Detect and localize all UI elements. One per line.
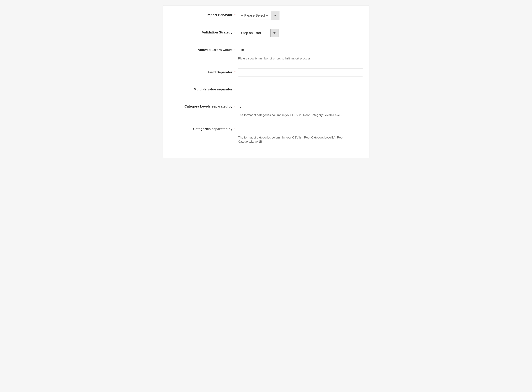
field-import-behavior: Import Behavior * -- Please Select -- [169, 11, 363, 20]
category-levels-sep-input[interactable] [238, 103, 363, 111]
import-behavior-value: -- Please Select -- [238, 11, 271, 20]
allowed-errors-label: Allowed Errors Count [198, 48, 232, 52]
chevron-down-icon [271, 11, 279, 20]
validation-strategy-label: Validation Strategy [202, 30, 232, 34]
required-mark: * [234, 71, 235, 74]
category-levels-sep-label: Category Levels separated by [184, 104, 232, 108]
field-validation-strategy: Validation Strategy * Stop on Error [169, 29, 363, 37]
required-mark: * [234, 88, 235, 91]
field-categories-sep: Categories separated by * The format of … [169, 125, 363, 144]
required-mark: * [234, 105, 235, 108]
required-mark: * [234, 31, 235, 34]
import-settings-panel: Import Behavior * -- Please Select -- Va… [163, 5, 369, 158]
required-mark: * [234, 48, 235, 52]
categories-sep-hint: The format of categories column in your … [238, 135, 363, 144]
field-category-levels-sep: Category Levels separated by * The forma… [169, 103, 363, 117]
allowed-errors-input[interactable] [238, 46, 363, 54]
field-separator-input[interactable] [238, 69, 363, 77]
categories-sep-label: Categories separated by [193, 127, 232, 131]
svg-marker-1 [273, 32, 276, 34]
import-behavior-select[interactable]: -- Please Select -- [238, 11, 279, 20]
category-levels-sep-hint: The format of categories column in your … [238, 113, 363, 117]
field-field-separator: Field Separator * [169, 69, 363, 77]
chevron-down-icon [270, 29, 278, 37]
field-allowed-errors: Allowed Errors Count * Please specify nu… [169, 46, 363, 61]
multi-value-separator-input[interactable] [238, 86, 363, 94]
field-multi-value-separator: Multiple value separator * [169, 86, 363, 94]
categories-sep-input[interactable] [238, 125, 363, 133]
validation-strategy-value: Stop on Error [238, 29, 270, 37]
import-behavior-label: Import Behavior [207, 13, 232, 17]
required-mark: * [234, 13, 235, 17]
field-separator-label: Field Separator [208, 70, 232, 74]
allowed-errors-hint: Please specify number of errors to halt … [238, 56, 363, 61]
validation-strategy-select[interactable]: Stop on Error [238, 29, 279, 37]
required-mark: * [234, 127, 235, 131]
svg-marker-0 [274, 15, 276, 16]
multi-value-separator-label: Multiple value separator [194, 87, 233, 91]
